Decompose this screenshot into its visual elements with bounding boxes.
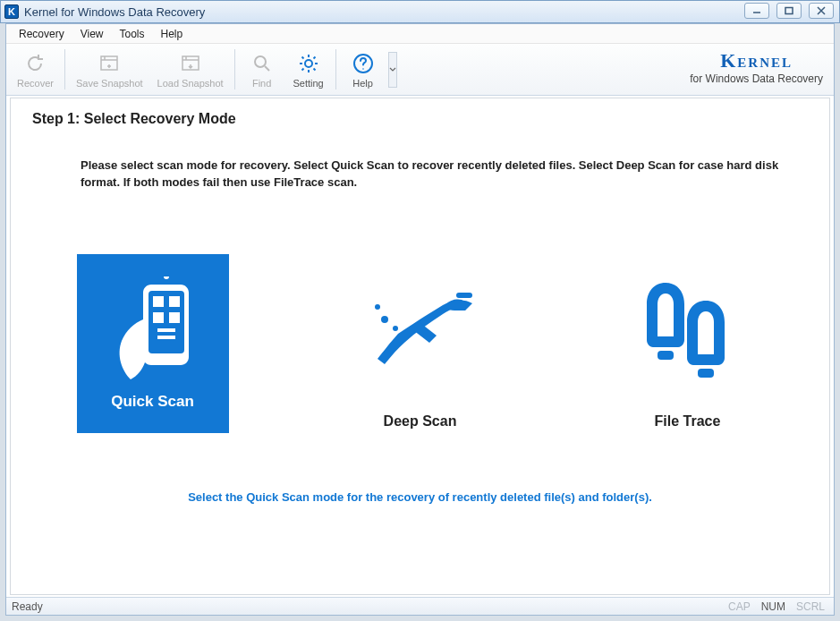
toolbar: Recover Save Snapshot Load Snapshot: [6, 44, 834, 96]
scroll-lock-indicator: SCRL: [796, 600, 825, 613]
num-lock-indicator: NUM: [761, 600, 785, 613]
save-snapshot-label: Save Snapshot: [76, 78, 143, 89]
quick-scan-tile: Quick Scan: [77, 254, 229, 433]
svg-rect-0: [785, 8, 793, 14]
close-button[interactable]: [809, 3, 834, 19]
load-snapshot-icon: [178, 51, 203, 76]
window-controls: [744, 3, 834, 19]
menu-bar: Recovery View Tools Help: [6, 24, 834, 44]
svg-rect-12: [157, 328, 175, 332]
quick-scan-label: Quick Scan: [111, 393, 194, 411]
deep-scan-label: Deep Scan: [384, 413, 457, 430]
recover-button: Recover: [10, 44, 61, 95]
svg-rect-8: [153, 296, 164, 307]
svg-point-3: [255, 56, 266, 67]
svg-rect-10: [153, 312, 164, 323]
help-icon: [351, 51, 376, 76]
wizard-content: Step 1: Select Recovery Mode Please sele…: [10, 98, 830, 595]
svg-rect-13: [157, 336, 175, 339]
find-label: Find: [252, 78, 271, 89]
gear-icon: [296, 51, 321, 76]
find-icon: [250, 51, 275, 76]
recover-icon: [22, 51, 47, 76]
svg-rect-11: [169, 312, 180, 323]
svg-point-14: [164, 276, 169, 279]
svg-rect-20: [698, 369, 714, 378]
svg-point-6: [362, 68, 364, 70]
load-snapshot-label: Load Snapshot: [157, 78, 224, 89]
status-indicators: CAP NUM SCRL: [728, 600, 825, 613]
brand-tagline: for Windows Data Recovery: [690, 72, 823, 85]
menu-recovery[interactable]: Recovery: [12, 26, 72, 42]
svg-rect-19: [658, 351, 674, 360]
find-button: Find: [239, 44, 285, 95]
setting-label: Setting: [293, 78, 323, 89]
mode-deep-scan[interactable]: Deep Scan: [340, 258, 501, 430]
caps-lock-indicator: CAP: [728, 600, 751, 613]
recovery-modes: Quick Scan Deep Scan: [32, 254, 808, 433]
save-snapshot-button: Save Snapshot: [69, 44, 150, 95]
toolbar-separator: [335, 49, 336, 89]
toolbar-separator: [64, 49, 65, 89]
toolbar-overflow-button[interactable]: [388, 52, 397, 88]
mode-quick-scan[interactable]: Quick Scan: [72, 254, 233, 433]
recover-label: Recover: [17, 78, 54, 89]
status-text: Ready: [12, 600, 43, 613]
maximize-button[interactable]: [776, 3, 802, 19]
setting-button[interactable]: Setting: [285, 44, 332, 95]
deep-scan-tile: [344, 258, 496, 401]
help-label: Help: [352, 78, 373, 89]
quick-scan-icon: [104, 276, 202, 384]
step-title: Step 1: Select Recovery Mode: [32, 111, 808, 127]
mode-file-trace[interactable]: File Trace: [607, 258, 768, 430]
brand-block: Kernel for Windows Data Recovery: [690, 49, 823, 85]
toolbar-separator: [234, 49, 235, 89]
file-trace-label: File Trace: [655, 413, 721, 430]
help-button[interactable]: Help: [340, 44, 386, 95]
window-title: Kernel for Windows Data Recovery: [24, 5, 205, 19]
status-bar: Ready CAP NUM SCRL: [6, 597, 834, 615]
app-icon: K: [4, 4, 19, 19]
file-trace-tile: [612, 258, 764, 401]
app-frame: Recovery View Tools Help Recover Save Sn…: [5, 23, 835, 616]
svg-point-4: [305, 60, 312, 67]
file-trace-icon: [634, 276, 742, 383]
svg-rect-9: [169, 296, 180, 307]
svg-point-15: [375, 304, 380, 310]
save-snapshot-icon: [97, 51, 122, 76]
load-snapshot-button: Load Snapshot: [150, 44, 231, 95]
mode-hint-text: Select the Quick Scan mode for the recov…: [32, 490, 808, 504]
title-bar: K Kernel for Windows Data Recovery: [0, 0, 840, 23]
minimize-button[interactable]: [744, 3, 769, 19]
deep-scan-icon: [358, 280, 483, 379]
svg-rect-18: [456, 293, 472, 298]
svg-point-17: [393, 326, 398, 331]
menu-help[interactable]: Help: [154, 26, 191, 42]
instructions-text: Please select scan mode for recovery. Se…: [81, 157, 808, 191]
menu-tools[interactable]: Tools: [112, 26, 151, 42]
menu-view[interactable]: View: [73, 26, 111, 42]
brand-name: Kernel: [690, 49, 823, 72]
svg-point-16: [381, 316, 388, 323]
